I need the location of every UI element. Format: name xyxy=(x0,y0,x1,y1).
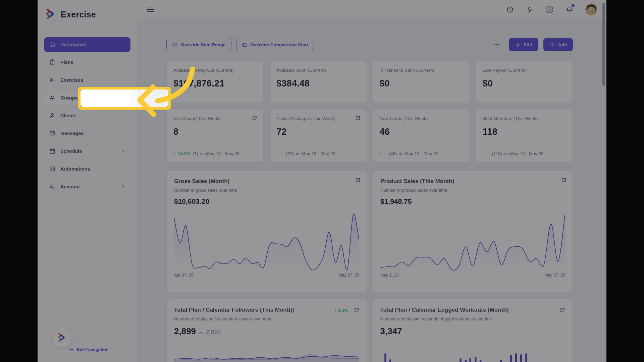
more-options-button[interactable]: ⋯ xyxy=(493,41,500,49)
brand-bubble[interactable] xyxy=(52,328,72,348)
clipboard-icon xyxy=(49,59,56,66)
delta-percent: 14.3% xyxy=(178,151,191,156)
up-arrow-icon: ↑ xyxy=(380,151,382,156)
current-value: 3,347 xyxy=(380,326,402,337)
stat-value: 118 xyxy=(483,127,566,137)
delta-percent: -- xyxy=(384,151,387,156)
sidebar-item-label: Plans xyxy=(60,60,73,65)
sidebar-item-groups[interactable]: Groups xyxy=(44,90,130,105)
current-value: 2,899 xyxy=(174,326,196,337)
person-icon xyxy=(49,112,56,119)
stat-card-in-transit[interactable]: In Transit to Bank (Current) $0 xyxy=(373,61,470,103)
gear-icon xyxy=(515,42,521,48)
calendar-icon xyxy=(49,148,56,155)
stat-value: 72 xyxy=(276,127,360,137)
list-icon xyxy=(68,347,74,352)
sidebar-item-automations[interactable]: Automations xyxy=(44,162,130,176)
chevron-right-icon xyxy=(121,184,125,189)
external-link-icon[interactable] xyxy=(354,307,359,313)
stat-card-available-soon[interactable]: Available Soon (Current) $384.48 xyxy=(269,61,367,103)
previous-value: 2,861 xyxy=(206,328,222,336)
chart-subtitle: Number of total plan / calendar follower… xyxy=(174,316,359,321)
override-comparison-start-button[interactable]: Override Comparison Start xyxy=(236,38,314,51)
product-sales-line-chart xyxy=(380,209,565,272)
up-arrow-icon: ↑ xyxy=(173,151,176,156)
sidebar-item-account[interactable]: Account xyxy=(44,179,130,194)
stat-label: Last Payout (Current) xyxy=(483,68,566,73)
external-link-icon[interactable] xyxy=(252,115,257,121)
sidebar-item-label: Automations xyxy=(60,166,90,172)
home-icon xyxy=(49,41,56,48)
override-date-range-button[interactable]: Override Date Range xyxy=(166,38,231,51)
delta-percent: 1.3% xyxy=(338,308,348,313)
add-button-label: Add xyxy=(558,42,567,47)
sidebar-item-exercises[interactable]: Exercises xyxy=(44,73,130,87)
followers-delta: ↑ 1.3% xyxy=(334,308,348,313)
edit-button-label: Edit xyxy=(524,42,532,47)
stat-label: In Transit to Bank (Current) xyxy=(380,68,463,73)
sidebar-item-dashboard[interactable]: Dashboard xyxy=(44,37,130,52)
stat-value: $0 xyxy=(483,78,566,89)
hamburger-menu-icon[interactable] xyxy=(147,7,154,12)
stat-delta: ↑ -- (72) vs May 18 - May 20 xyxy=(276,151,335,156)
stat-delta: ↑ -- (46) vs May 18 - May 20 xyxy=(380,151,439,156)
bolt-icon[interactable] xyxy=(526,6,534,13)
external-link-icon[interactable] xyxy=(560,307,565,313)
charts-row: Gross Sales (Month) Number of gross sale… xyxy=(166,171,573,292)
followers-values: 2,899 vs 2,861 xyxy=(174,326,359,337)
stat-card-gold-members[interactable]: Gold Members (This Week) 118 ↑ -- (118) … xyxy=(476,109,573,163)
edit-navigation-button[interactable]: Edit Navigation xyxy=(68,347,109,352)
edit-dashboard-button[interactable]: Edit xyxy=(509,38,538,51)
notifications-bell-icon[interactable] xyxy=(566,6,573,13)
add-widget-button[interactable]: Add xyxy=(543,38,573,51)
toolbar-right-actions: ⋯ Edit Add xyxy=(493,38,573,51)
stat-card-available-to-pay-out[interactable]: Available to Pay Out (Current) $167,876.… xyxy=(166,61,264,103)
up-arrow-icon: ↑ xyxy=(334,308,337,313)
delta-count: (7) xyxy=(193,151,198,156)
delta-comparison: vs May 18 - May 20 xyxy=(296,151,335,156)
app-window: Exercise Dashboard Plans Exercises xyxy=(38,0,606,362)
apps-grid-icon[interactable] xyxy=(546,6,553,13)
product-sales-card[interactable]: Product Sales (This Month) Number of pro… xyxy=(373,171,573,292)
chart-total-value: $10,603.20 xyxy=(174,197,359,205)
stat-card-last-payout[interactable]: Last Payout (Current) $0 xyxy=(476,61,573,103)
stat-label: Visit Count (This Week) xyxy=(173,116,257,121)
vertical-scrollbar[interactable] xyxy=(602,3,605,86)
external-link-icon[interactable] xyxy=(355,115,361,121)
external-link-icon[interactable] xyxy=(355,177,361,183)
external-link-icon[interactable] xyxy=(561,177,567,183)
user-avatar[interactable] xyxy=(585,3,597,15)
dumbbell-icon xyxy=(49,77,56,83)
stat-card-active-packages[interactable]: Active Packages (This Week) 72 ↑ -- (72)… xyxy=(269,109,367,163)
stat-value: $384.48 xyxy=(276,78,360,89)
stat-label: New Leads (This Week) xyxy=(380,116,463,121)
card-header: Total Plan / Calendar Followers (This Mo… xyxy=(174,307,359,313)
delta-comparison: vs May 18 - May 20 xyxy=(200,151,240,156)
sidebar-item-plans[interactable]: Plans xyxy=(44,55,130,70)
chart-title: Total Plan / Calendar Logged Workouts (M… xyxy=(380,307,560,313)
gross-sales-card[interactable]: Gross Sales (Month) Number of gross sale… xyxy=(166,171,367,292)
followers-card[interactable]: Total Plan / Calendar Followers (This Mo… xyxy=(166,299,367,362)
stats-row-2: Visit Count (This Week) 8 ↑ 14.3% (7) vs… xyxy=(166,109,573,163)
sidebar-item-messages[interactable]: Messages xyxy=(44,126,130,141)
sidebar-item-clients[interactable]: Clients xyxy=(44,108,130,123)
sidebar-item-label: Schedule xyxy=(60,148,82,154)
delta-count: (72) xyxy=(286,151,294,156)
delta-comparison: vs May 18 - May 20 xyxy=(504,151,544,156)
dashboard-content: Override Date Range Override Comparison … xyxy=(137,19,606,362)
delta-comparison: vs May 18 - May 20 xyxy=(399,151,438,156)
stat-value: 46 xyxy=(380,127,463,137)
history-clock-icon[interactable] xyxy=(506,6,514,13)
topbar xyxy=(137,0,606,19)
up-arrow-icon: ↑ xyxy=(483,151,485,156)
sidebar-item-schedule[interactable]: Schedule xyxy=(44,144,130,159)
bottom-charts-row: Total Plan / Calendar Followers (This Mo… xyxy=(166,299,573,362)
brand-logo-icon xyxy=(45,8,57,20)
stat-card-visit-count[interactable]: Visit Count (This Week) 8 ↑ 14.3% (7) vs… xyxy=(166,109,264,163)
logged-workouts-card[interactable]: Total Plan / Calendar Logged Workouts (M… xyxy=(373,299,573,362)
stat-value: 8 xyxy=(173,127,257,137)
calendar-stack-icon xyxy=(242,42,248,48)
delta-percent: -- xyxy=(281,151,284,156)
sidebar-item-label: Dashboard xyxy=(60,42,86,47)
stat-card-new-leads[interactable]: New Leads (This Week) 46 ↑ -- (46) vs Ma… xyxy=(373,109,470,163)
